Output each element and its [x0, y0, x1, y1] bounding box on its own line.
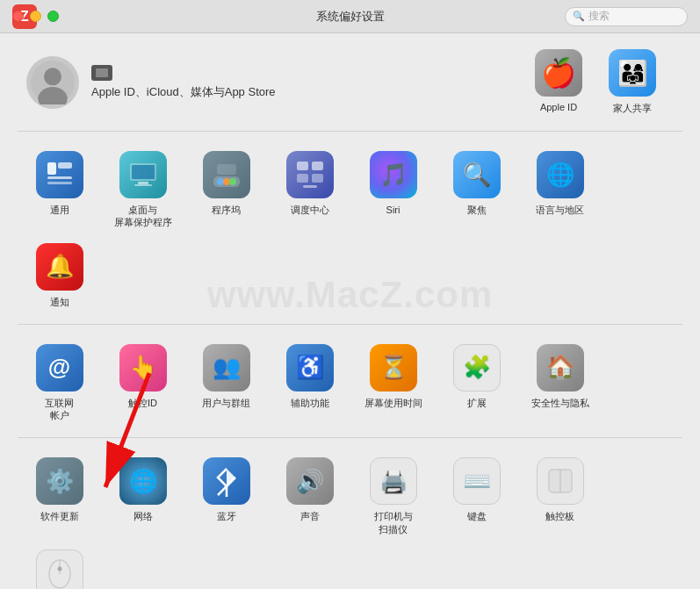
family-share-icon[interactable]: 👨‍👩‍👧 家人共享 [609, 49, 656, 115]
icon-grid-3: ⚙️ 软件更新 🌐 网络 蓝牙 🔊 声音 🖨️ [18, 450, 682, 589]
screen-time-item[interactable]: ⏳ 屏幕使用时间 [351, 337, 435, 429]
svg-point-1 [44, 68, 61, 85]
trackpad-label: 触控板 [545, 510, 574, 522]
icon-grid-1: 通用 桌面与屏幕保护程序 [18, 144, 682, 315]
mission-control-item[interactable]: 调度中心 [268, 144, 351, 236]
svg-point-13 [223, 178, 230, 185]
svg-rect-8 [132, 165, 155, 179]
section-1: 通用 桌面与屏幕保护程序 [18, 132, 682, 325]
siri-item[interactable]: 🎵 Siri [351, 144, 435, 236]
svg-point-14 [229, 178, 236, 185]
section-2: @ 互联网帐户 👆 触控ID 👥 用户与群组 ♿ 辅助功能 ⏳ 屏幕使用时间 [18, 325, 682, 439]
maximize-button[interactable] [47, 11, 59, 22]
main-content: Apple ID、iCloud、媒体与App Store 🍎 Apple ID … [0, 33, 700, 589]
titlebar: Z 系统偏好设置 🔍 搜索 [0, 0, 700, 33]
extensions-icon: 🧩 [453, 344, 501, 391]
internet-accounts-icon: @ [36, 344, 83, 391]
users-groups-icon: 👥 [203, 344, 250, 391]
notifications-label: 通知 [50, 296, 69, 308]
close-button[interactable] [12, 11, 24, 22]
keyboard-icon: ⌨️ [453, 457, 501, 505]
search-placeholder: 搜索 [588, 9, 610, 24]
family-share-icon-box: 👨‍👩‍👧 [609, 49, 656, 97]
profile-info: Apple ID、iCloud、媒体与App Store [91, 65, 276, 100]
extensions-item[interactable]: 🧩 扩展 [435, 337, 518, 429]
search-bar[interactable]: 🔍 搜索 [565, 7, 688, 26]
users-groups-item[interactable]: 👥 用户与群组 [184, 337, 268, 429]
notifications-item[interactable]: 🔔 通知 [18, 236, 101, 315]
trackpad-icon [537, 457, 584, 505]
printers-scanners-item[interactable]: 🖨️ 打印机与扫描仪 [351, 450, 435, 542]
sound-item[interactable]: 🔊 声音 [268, 450, 351, 542]
software-update-item[interactable]: ⚙️ 软件更新 [18, 450, 101, 542]
security-privacy-icon: 🏠 [537, 344, 584, 391]
dock-item[interactable]: 程序坞 [184, 144, 268, 236]
mouse-item[interactable]: 鼠标 [18, 542, 101, 589]
profile-right: 🍎 Apple ID 👨‍👩‍👧 家人共享 [535, 49, 656, 115]
family-share-label: 家人共享 [613, 102, 652, 115]
keyboard-item[interactable]: ⌨️ 键盘 [435, 450, 518, 542]
screen-time-icon: ⏳ [370, 344, 417, 391]
network-label: 网络 [134, 510, 153, 522]
bluetooth-item[interactable]: 蓝牙 [184, 450, 268, 542]
language-region-icon: 🌐 [537, 151, 584, 198]
svg-rect-20 [303, 185, 317, 188]
apple-id-label: Apple ID [540, 102, 577, 112]
svg-rect-19 [312, 174, 323, 183]
apple-id-icon[interactable]: 🍎 Apple ID [535, 49, 582, 115]
section-3: ⚙️ 软件更新 🌐 网络 蓝牙 🔊 声音 🖨️ [18, 438, 682, 589]
dock-label: 程序坞 [212, 204, 241, 216]
internet-accounts-item[interactable]: @ 互联网帐户 [18, 337, 101, 429]
network-item[interactable]: 🌐 网络 [101, 450, 184, 542]
minimize-button[interactable] [30, 11, 41, 22]
dock-icon [203, 151, 250, 198]
software-update-icon: ⚙️ [36, 457, 83, 505]
svg-rect-10 [134, 184, 152, 186]
desktop-screen-item[interactable]: 桌面与屏幕保护程序 [101, 144, 184, 236]
desktop-screen-icon [119, 151, 167, 198]
general-label: 通用 [50, 204, 69, 216]
mouse-icon [36, 549, 83, 589]
general-item[interactable]: 通用 [18, 144, 101, 236]
printers-scanners-label: 打印机与扫描仪 [374, 510, 413, 535]
profile-name: Apple ID、iCloud、媒体与App Store [91, 84, 276, 100]
bluetooth-icon [203, 457, 250, 505]
svg-rect-18 [297, 174, 308, 183]
users-groups-label: 用户与群组 [202, 397, 250, 409]
titlebar-buttons [12, 11, 59, 22]
svg-rect-17 [312, 162, 323, 170]
sound-icon: 🔊 [286, 457, 334, 505]
language-region-label: 语言与地区 [536, 204, 584, 216]
touch-id-item[interactable]: 👆 触控ID [101, 337, 184, 429]
security-privacy-item[interactable]: 🏠 安全性与隐私 [518, 337, 602, 429]
svg-rect-15 [217, 164, 236, 175]
profile-left: Apple ID、iCloud、媒体与App Store [26, 56, 276, 109]
printers-scanners-icon: 🖨️ [370, 457, 417, 505]
spotlight-item[interactable]: 🔍 聚焦 [435, 144, 518, 236]
touch-id-label: 触控ID [128, 397, 157, 409]
svg-rect-4 [58, 162, 72, 169]
profile-section: Apple ID、iCloud、媒体与App Store 🍎 Apple ID … [18, 33, 682, 132]
sound-label: 声音 [300, 510, 320, 522]
touch-id-icon: 👆 [119, 344, 167, 391]
network-icon: 🌐 [119, 457, 167, 505]
svg-rect-3 [47, 162, 56, 175]
siri-label: Siri [386, 204, 401, 216]
accessibility-item[interactable]: ♿ 辅助功能 [268, 337, 351, 429]
siri-icon: 🎵 [370, 151, 417, 198]
avatar[interactable] [26, 56, 79, 109]
language-region-item[interactable]: 🌐 语言与地区 [518, 144, 602, 236]
mission-control-label: 调度中心 [291, 204, 329, 216]
search-icon: 🔍 [573, 11, 585, 22]
apple-id-icon-box: 🍎 [535, 49, 582, 97]
security-privacy-label: 安全性与隐私 [531, 397, 589, 409]
keyboard-label: 键盘 [467, 510, 487, 522]
accessibility-label: 辅助功能 [291, 397, 329, 409]
internet-accounts-label: 互联网帐户 [45, 397, 74, 422]
trackpad-item[interactable]: 触控板 [518, 450, 602, 542]
icon-grid-2: @ 互联网帐户 👆 触控ID 👥 用户与群组 ♿ 辅助功能 ⏳ 屏幕使用时间 [18, 337, 682, 429]
general-icon [36, 151, 83, 198]
extensions-label: 扩展 [467, 397, 487, 409]
svg-rect-5 [47, 176, 72, 179]
profile-badge [91, 65, 112, 81]
